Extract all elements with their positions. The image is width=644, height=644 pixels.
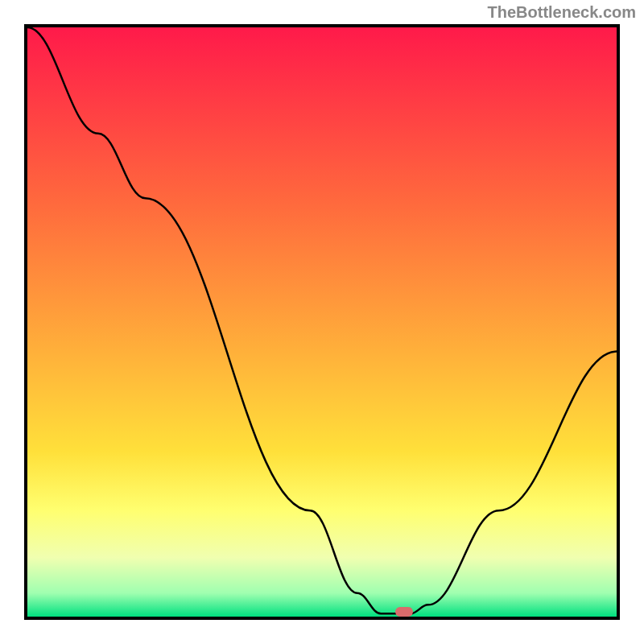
bottleneck-curve: [27, 27, 617, 617]
chart-container: TheBottleneck.com: [0, 0, 644, 644]
plot-area: [24, 24, 620, 620]
watermark-text: TheBottleneck.com: [488, 3, 636, 22]
optimal-marker: [395, 607, 413, 617]
